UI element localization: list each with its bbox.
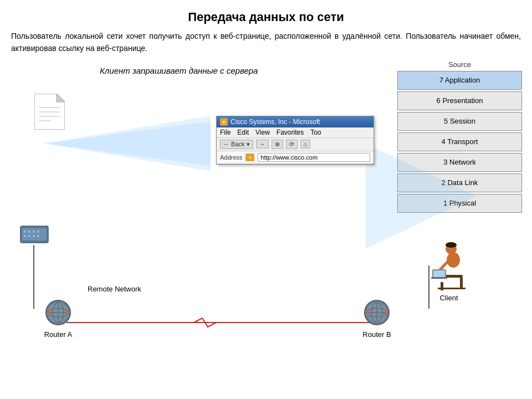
osi-layer-4: 4 Transport bbox=[397, 132, 522, 151]
osi-source-label: Source bbox=[397, 60, 522, 69]
switch-device bbox=[19, 224, 49, 247]
browser-toolbar: ← Back ▾ → ⊗ ⟳ ⌂ bbox=[217, 138, 374, 151]
svg-point-11 bbox=[24, 231, 26, 233]
svg-rect-40 bbox=[438, 288, 466, 289]
client-label: Client bbox=[427, 294, 471, 302]
stop-button[interactable]: ⊗ bbox=[272, 140, 283, 149]
browser-titlebar: e Cisco Systems, Inc - Microsoft bbox=[217, 116, 374, 127]
page-title: Передача данных по сети bbox=[0, 0, 532, 30]
document-icon bbox=[34, 94, 65, 130]
osi-layer-6: 6 Presentation bbox=[397, 91, 522, 110]
svg-marker-7 bbox=[44, 121, 211, 166]
address-label: Address bbox=[220, 154, 242, 161]
svg-point-15 bbox=[24, 235, 26, 237]
osi-layer-2: 2 Data Link bbox=[397, 173, 522, 192]
client-person: Client bbox=[427, 235, 471, 302]
router-a: Router A bbox=[42, 299, 75, 339]
vertical-line-left bbox=[33, 245, 34, 309]
main-area: Клиент запрашивает данные с сервера e Ci… bbox=[0, 60, 532, 365]
svg-point-13 bbox=[33, 231, 35, 233]
svg-rect-38 bbox=[460, 278, 463, 289]
osi-layer-7: 7 Application bbox=[397, 71, 522, 90]
svg-point-12 bbox=[28, 231, 30, 233]
svg-point-43 bbox=[446, 242, 457, 248]
remote-network-label: Remote Network bbox=[88, 285, 141, 293]
svg-rect-10 bbox=[22, 228, 47, 241]
network-line bbox=[66, 317, 377, 328]
osi-stack: Source 7 Application 6 Presentation 5 Se… bbox=[397, 60, 522, 214]
client-request-label: Клиент запрашивает данные с сервера bbox=[100, 66, 258, 75]
browser-addr-icon: e bbox=[245, 154, 254, 161]
svg-marker-1 bbox=[57, 94, 65, 102]
forward-button[interactable]: → bbox=[256, 140, 269, 149]
description-text: Пользователь локальной сети хочет получи… bbox=[0, 30, 532, 60]
router-a-label: Router A bbox=[42, 330, 75, 339]
svg-point-14 bbox=[37, 231, 39, 233]
svg-point-41 bbox=[447, 252, 460, 268]
svg-point-17 bbox=[33, 235, 35, 237]
router-b: Router B bbox=[360, 299, 393, 339]
svg-point-16 bbox=[28, 235, 30, 237]
router-b-label: Router B bbox=[360, 330, 393, 339]
osi-layer-5: 5 Session bbox=[397, 112, 522, 131]
url-display[interactable]: http://www.cisco.com bbox=[258, 153, 370, 162]
browser-menubar[interactable]: File Edit View Favorites Too bbox=[217, 127, 374, 138]
menu-view[interactable]: View bbox=[255, 129, 270, 136]
svg-marker-6 bbox=[44, 116, 211, 171]
osi-layer-1: 1 Physical bbox=[397, 194, 522, 213]
browser-addressbar: Address e http://www.cisco.com bbox=[217, 151, 374, 164]
svg-point-18 bbox=[37, 235, 39, 237]
osi-layer-3: 3 Network bbox=[397, 153, 522, 172]
svg-rect-47 bbox=[431, 277, 447, 279]
menu-too[interactable]: Too bbox=[310, 129, 321, 136]
menu-edit[interactable]: Edit bbox=[237, 129, 249, 136]
menu-file[interactable]: File bbox=[220, 129, 231, 136]
refresh-button[interactable]: ⟳ bbox=[286, 140, 298, 149]
browser-title: Cisco Systems, Inc - Microsoft bbox=[231, 118, 320, 126]
browser-window[interactable]: e Cisco Systems, Inc - Microsoft File Ed… bbox=[216, 116, 374, 165]
back-button[interactable]: ← Back ▾ bbox=[220, 140, 253, 149]
menu-favorites[interactable]: Favorites bbox=[277, 129, 304, 136]
home-button[interactable]: ⌂ bbox=[300, 140, 311, 149]
browser-icon: e bbox=[220, 118, 228, 126]
svg-rect-46 bbox=[433, 270, 445, 277]
